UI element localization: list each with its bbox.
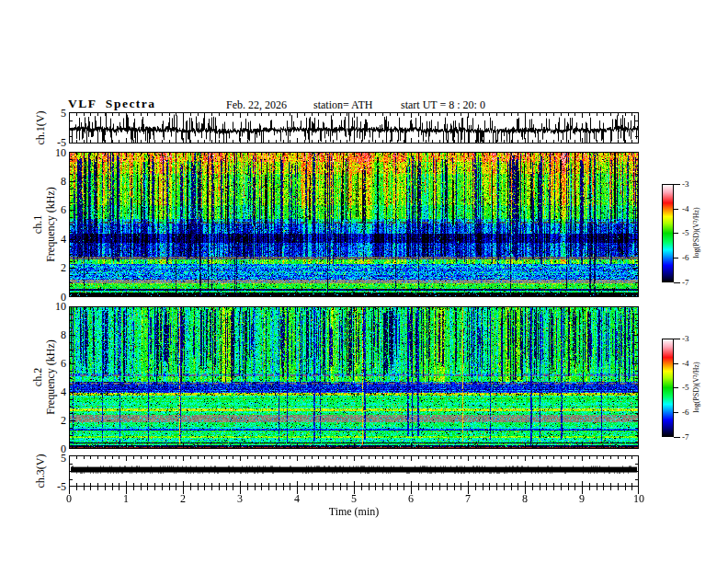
spec2-ytick-label: 10: [44, 301, 66, 312]
colorbar-1-canvas: [662, 184, 674, 282]
spec2-channel-ylabel: ch.2: [32, 368, 43, 386]
colorbar-2-tick: [674, 387, 678, 388]
panel-ch1-spectrogram: [69, 152, 639, 297]
ch1-waveform-canvas: [69, 112, 639, 144]
colorbar-1-tick: [674, 258, 678, 259]
xtick-label: 2: [169, 493, 197, 504]
xtick-label: 9: [568, 493, 596, 504]
xtick-label: 5: [340, 493, 368, 504]
ch1-ymax-label: 5: [44, 108, 66, 119]
colorbar-2-tick-label: -7: [682, 433, 689, 442]
ch1-spectrogram-canvas: [69, 152, 639, 297]
spec2-frequency-ylabel: Frequency (kHz): [45, 339, 56, 415]
colorbar-2: [662, 339, 674, 437]
date-label: Feb. 22, 2026: [226, 98, 287, 112]
colorbar-1-tick-label: -7: [682, 279, 689, 287]
colorbar-2-tick-label: -4: [682, 360, 689, 368]
xtick-label: 8: [511, 493, 539, 504]
ch2-spectrogram-canvas: [69, 306, 639, 449]
station-label: station= ATH: [313, 98, 372, 112]
colorbar-1-tick: [674, 233, 678, 234]
xaxis-title: Time (min): [285, 506, 423, 517]
spec2-ytick-label: 2: [44, 415, 66, 426]
colorbar-1-tick-label: -4: [682, 205, 689, 213]
ch1-waveform-ylabel: ch.1(V): [35, 111, 46, 145]
colorbar-2-tick: [674, 339, 680, 339]
colorbar-2-tick: [674, 412, 678, 413]
xtick-label: 4: [283, 493, 311, 504]
spec1-frequency-ylabel: Frequency (kHz): [45, 187, 56, 262]
start-ut-label: start UT = 8 : 20: 0: [401, 98, 485, 112]
spec1-ytick-label: 10: [44, 147, 66, 158]
colorbar-2-tick: [674, 363, 678, 364]
ch3-waveform-canvas: [69, 455, 639, 487]
xtick-label: 0: [55, 493, 83, 504]
colorbar-2-tick-label: -6: [682, 408, 689, 417]
xtick-label: 1: [112, 493, 140, 504]
spec1-channel-ylabel: ch.1: [32, 215, 43, 234]
colorbar-1-tick: [674, 282, 680, 283]
colorbar-1-tick: [674, 184, 680, 185]
ch3-ymin-label: -5: [44, 481, 66, 492]
xtick-label: 6: [397, 493, 425, 504]
colorbar-1-tick: [674, 209, 678, 210]
colorbar-1-title: log(PSD)(V²/Hz): [693, 207, 700, 258]
vlf-spectra-figure: VLF Spectra Feb. 22, 2026 station= ATH s…: [0, 0, 728, 563]
xtick-label: 10: [625, 493, 653, 504]
xtick-label: 7: [454, 493, 482, 504]
colorbar-2-tick-label: -5: [682, 384, 689, 392]
colorbar-1-tick-label: -5: [682, 229, 689, 237]
page-title: VLF Spectra: [68, 97, 156, 111]
spec1-ytick-label: 2: [44, 262, 66, 273]
colorbar-2-canvas: [662, 339, 674, 437]
colorbar-1-tick-label: -6: [682, 254, 689, 262]
xtick-label: 3: [226, 493, 254, 504]
colorbar-1-tick-label: -3: [682, 180, 689, 189]
ch3-waveform-ylabel: ch.3(V): [35, 454, 46, 488]
colorbar-2-tick-label: -3: [682, 335, 689, 343]
colorbar-2-tick: [674, 437, 680, 438]
spec1-ytick-label: 8: [44, 176, 66, 187]
colorbar-1: [662, 184, 674, 282]
panel-ch1-waveform: [69, 112, 639, 144]
panel-ch2-spectrogram: [69, 306, 639, 449]
ch3-ymax-label: 5: [44, 453, 66, 464]
panel-ch3-waveform: [69, 455, 639, 487]
colorbar-2-title: log(PSD)(V²/Hz): [693, 362, 700, 412]
